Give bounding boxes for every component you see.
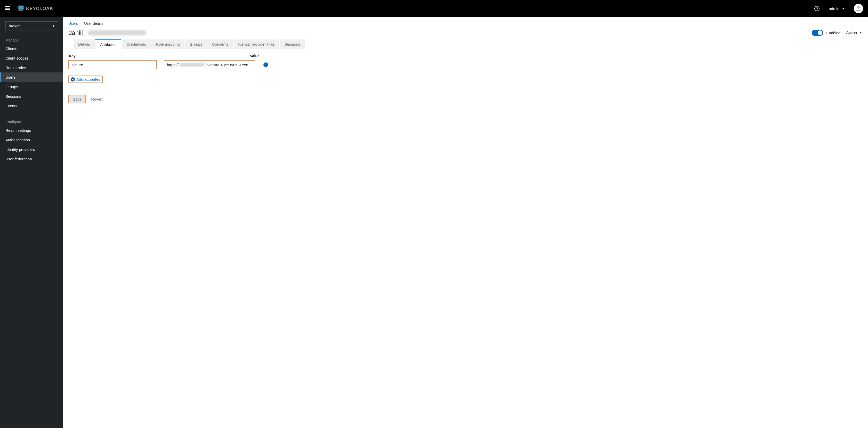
value-prefix: https:// [167,63,179,67]
page-title: daniil_ [68,29,146,36]
menu-toggle-button[interactable] [5,5,10,11]
minus-icon: − [265,63,267,67]
revert-button[interactable]: Revert [91,97,102,101]
chevron-right-icon: › [81,22,82,26]
svg-point-4 [857,6,860,9]
attr-value-input[interactable]: https:// /avatar/948ce390681ee6… [164,60,255,69]
realm-selector[interactable]: broker ▼ [5,22,58,30]
plus-circle-icon: + [71,77,75,81]
breadcrumb-users[interactable]: Users [68,22,78,26]
sidebar-item-authentication[interactable]: Authentication [0,135,63,145]
add-attributes-label: Add attributes [76,77,100,81]
logo-text: KEYCLOAK [26,6,53,11]
realm-selected: broker [9,24,20,28]
sidebar: broker ▼ Manage Clients Client scopes Re… [0,17,63,428]
enabled-switch[interactable] [812,30,823,36]
sidebar-item-events[interactable]: Events [0,101,63,110]
tab-attributes[interactable]: Attributes [95,39,121,49]
tab-role-mapping[interactable]: Role mapping [151,39,185,49]
main-content: Users › User details daniil_ Enabled Act… [63,17,868,428]
breadcrumb: Users › User details [68,22,863,26]
user-name: admin [829,6,839,11]
sidebar-item-clients[interactable]: Clients [0,44,63,53]
attr-value-header: Value [250,54,259,58]
avatar[interactable] [854,4,863,13]
user-menu[interactable]: admin ▼ [829,6,844,11]
sidebar-item-sessions[interactable]: Sessions [0,92,63,101]
sidebar-item-realm-roles[interactable]: Realm roles [0,63,63,72]
attr-key-header: Key [69,54,157,58]
page-title-prefix: daniil_ [68,29,86,36]
save-button[interactable]: Save [68,95,86,103]
sidebar-item-identity-providers[interactable]: Identity providers [0,145,63,154]
redacted-text [180,63,204,67]
add-attributes-button[interactable]: + Add attributes [68,75,103,83]
avatar-icon [855,5,862,12]
topbar: KEYCLOAK ? admin ▼ [0,0,868,17]
value-suffix: /avatar/948ce390681ee6… [206,63,252,67]
action-menu[interactable]: Action ▼ [845,29,863,36]
tab-details[interactable]: Details [73,39,95,49]
caret-down-icon: ▼ [860,31,862,34]
logo[interactable]: KEYCLOAK [17,5,53,12]
tab-groups[interactable]: Groups [185,39,207,49]
tab-sessions[interactable]: Sessions [280,39,305,49]
caret-down-icon: ▼ [842,7,844,10]
tab-credentials[interactable]: Credentials [122,39,151,49]
section-manage-title: Manage [0,35,63,44]
sidebar-item-groups[interactable]: Groups [0,82,63,92]
tab-consents[interactable]: Consents [208,39,233,49]
action-label: Action [846,30,857,35]
sidebar-item-realm-settings[interactable]: Realm settings [0,126,63,135]
enabled-label: Enabled [826,31,840,35]
enabled-toggle: Enabled [812,30,840,36]
tabs: Details Attributes Credentials Role mapp… [73,39,863,49]
redacted-text [88,30,146,35]
caret-down-icon: ▼ [52,25,55,27]
sidebar-item-client-scopes[interactable]: Client scopes [0,53,63,63]
sidebar-item-user-federation[interactable]: User federation [0,154,63,164]
section-configure-title: Configure [0,117,63,126]
tab-idp-links[interactable]: Identity provider links [234,39,279,49]
help-icon[interactable]: ? [814,6,819,11]
sidebar-item-users[interactable]: Users [0,72,63,82]
keycloak-icon [17,5,25,12]
breadcrumb-current: User details [84,22,103,26]
remove-attribute-button[interactable]: − [264,62,268,67]
hamburger-icon [5,5,10,11]
attr-key-input[interactable] [68,60,157,69]
